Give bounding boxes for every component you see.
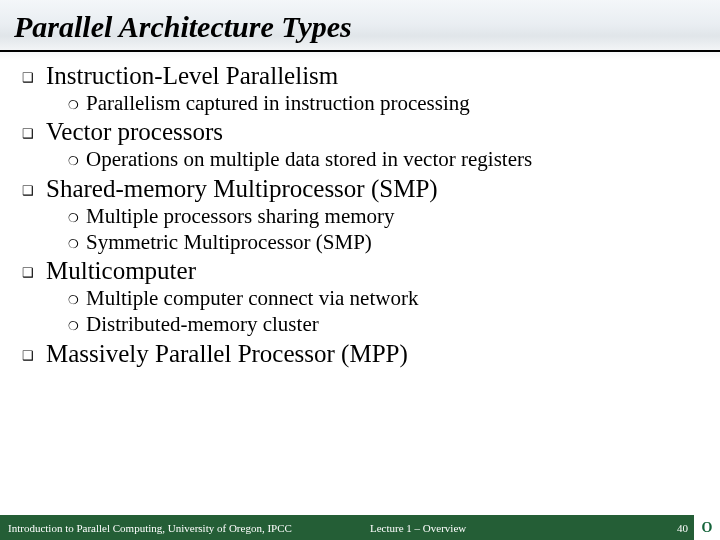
slide-title: Parallel Architecture Types [0,0,720,52]
page-number: 40 [677,522,688,534]
footer-bar: Introduction to Parallel Computing, Univ… [0,515,720,540]
list-item: ❑ Vector processors ❍ Operations on mult… [22,118,702,172]
sub-item: ❍ Multiple computer connect via network [68,285,702,311]
list-item: ❑ Shared-memory Multiprocessor (SMP) ❍ M… [22,175,702,256]
list-item: ❑ Massively Parallel Processor (MPP) [22,340,702,368]
list-item: ❑ Instruction-Level Parallelism ❍ Parall… [22,62,702,116]
list-item: ❑ Multicomputer ❍ Multiple computer conn… [22,257,702,338]
item-heading: Vector processors [46,118,223,146]
sub-item: ❍ Symmetric Multiprocessor (SMP) [68,229,702,255]
sub-item: ❍ Multiple processors sharing memory [68,203,702,229]
footer-mid-text: Lecture 1 – Overview [370,522,466,534]
footer-right: 40 O [677,515,720,540]
circle-bullet-icon: ❍ [68,293,86,308]
circle-bullet-icon: ❍ [68,211,86,226]
circle-bullet-icon: ❍ [68,154,86,169]
sub-item: ❍ Parallelism captured in instruction pr… [68,90,702,116]
sub-text: Multiple computer connect via network [86,285,418,311]
slide-content: ❑ Instruction-Level Parallelism ❍ Parall… [0,52,720,368]
logo-letter: O [702,520,713,536]
square-bullet-icon: ❑ [22,126,46,142]
circle-bullet-icon: ❍ [68,237,86,252]
item-heading: Multicomputer [46,257,196,285]
square-bullet-icon: ❑ [22,265,46,281]
sub-text: Multiple processors sharing memory [86,203,395,229]
sub-text: Distributed-memory cluster [86,311,319,337]
sub-text: Parallelism captured in instruction proc… [86,90,470,116]
circle-bullet-icon: ❍ [68,319,86,334]
item-heading: Shared-memory Multiprocessor (SMP) [46,175,438,203]
sub-item: ❍ Operations on multiple data stored in … [68,146,702,172]
sub-text: Symmetric Multiprocessor (SMP) [86,229,372,255]
circle-bullet-icon: ❍ [68,98,86,113]
square-bullet-icon: ❑ [22,348,46,364]
item-heading: Instruction-Level Parallelism [46,62,338,90]
university-logo: O [694,515,720,540]
item-heading: Massively Parallel Processor (MPP) [46,340,408,368]
sub-item: ❍ Distributed-memory cluster [68,311,702,337]
square-bullet-icon: ❑ [22,70,46,86]
square-bullet-icon: ❑ [22,183,46,199]
footer-left-text: Introduction to Parallel Computing, Univ… [0,522,720,534]
sub-text: Operations on multiple data stored in ve… [86,146,532,172]
